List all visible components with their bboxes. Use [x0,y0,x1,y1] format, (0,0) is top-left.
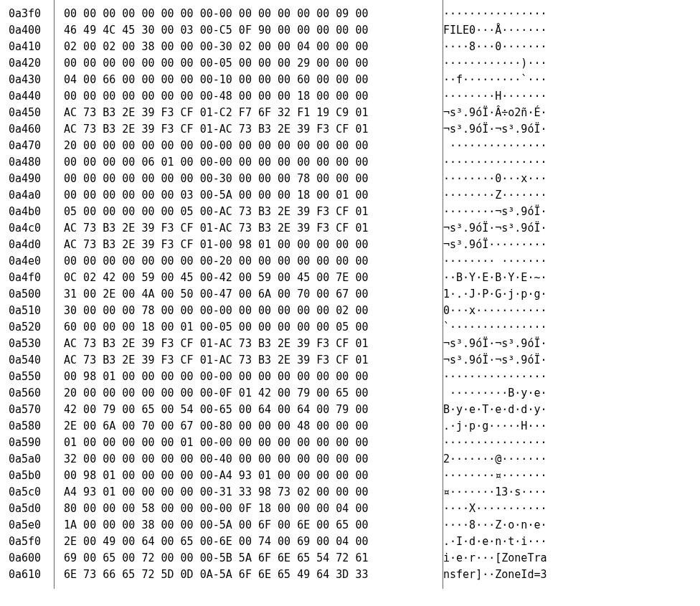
ascii-cell: ········ ······· [443,253,547,270]
ascii-cell: ················ [443,369,547,385]
hex-bytes-cell: AC 73 B3 2E 39 F3 CF 01-00 98 01 00 00 0… [57,237,443,253]
ascii-cell: ····X··········· [443,501,547,517]
hex-row: 0a480 00 00 00 00 06 01 00 00-00 00 00 0… [9,154,691,171]
hex-bytes-cell: 00 00 00 00 00 00 00 00-30 00 00 00 78 0… [57,171,443,187]
hex-row: 0a5e0 1A 00 00 00 38 00 00 00-5A 00 6F 0… [9,517,691,534]
hex-row: 0a540 AC 73 B3 2E 39 F3 CF 01-AC 73 B3 2… [9,352,691,369]
hex-row: 0a5a0 32 00 00 00 00 00 00 00-40 00 00 0… [9,451,691,468]
ascii-cell: ····8···0······· [443,39,547,55]
ascii-cell: ················ [443,6,547,22]
offset-cell: 0a4f0 [9,270,57,286]
ascii-cell: ········H······· [443,88,547,105]
ascii-cell: ··f·········`··· [443,72,547,88]
offset-cell: 0a520 [9,319,57,336]
ascii-cell: ··B·Y·E·B·Y·E·~· [443,270,547,286]
hex-bytes-cell: 00 00 00 00 00 00 03 00-5A 00 00 00 18 0… [57,187,443,204]
offset-cell: 0a3f0 [9,6,57,22]
offset-cell: 0a4a0 [9,187,57,204]
hex-bytes-cell: 04 00 66 00 00 00 00 00-10 00 00 00 60 0… [57,72,443,88]
offset-cell: 0a5e0 [9,517,57,534]
offset-cell: 0a5a0 [9,451,57,468]
ascii-cell: ¬s³.9óÏ········· [443,237,547,253]
offset-cell: 0a4e0 [9,253,57,270]
ascii-cell: ¬s³.9óÏ·¬s³.9óÏ· [443,336,547,352]
hex-bytes-cell: 6E 73 66 65 72 5D 0D 0A-5A 6F 6E 65 49 6… [57,567,443,583]
ascii-cell: ····8···Z·o·n·e· [443,517,547,534]
hex-bytes-cell: 2E 00 49 00 64 00 65 00-6E 00 74 00 69 0… [57,534,443,550]
hex-row: 0a470 20 00 00 00 00 00 00 00-00 00 00 0… [9,138,691,154]
offset-cell: 0a540 [9,352,57,369]
ascii-cell: FILE0···Å······· [443,22,547,39]
offset-cell: 0a530 [9,336,57,352]
hex-row: 0a430 04 00 66 00 00 00 00 00-10 00 00 0… [9,72,691,88]
offset-cell: 0a610 [9,567,57,583]
hex-bytes-cell: AC 73 B3 2E 39 F3 CF 01-AC 73 B3 2E 39 F… [57,352,443,369]
hex-row: 0a5c0 A4 93 01 00 00 00 00 00-31 33 98 7… [9,484,691,501]
hex-bytes-cell: 1A 00 00 00 38 00 00 00-5A 00 6F 00 6E 0… [57,517,443,534]
ascii-cell: 2·······@······· [443,451,547,468]
hex-row: 0a520 60 00 00 00 18 00 01 00-05 00 00 0… [9,319,691,336]
hex-bytes-cell: 80 00 00 00 58 00 00 00-00 0F 18 00 00 0… [57,501,443,517]
offset-cell: 0a450 [9,105,57,121]
hex-row: 0a550 00 98 01 00 00 00 00 00-00 00 00 0… [9,369,691,385]
hex-row: 0a4f0 0C 02 42 00 59 00 45 00-42 00 59 0… [9,270,691,286]
hex-bytes-cell: AC 73 B3 2E 39 F3 CF 01-AC 73 B3 2E 39 F… [57,121,443,138]
ascii-cell: ················ [443,154,547,171]
offset-cell: 0a4c0 [9,220,57,237]
hex-row: 0a410 02 00 02 00 38 00 00 00-30 02 00 0… [9,39,691,55]
ascii-cell: 0···x··········· [443,303,547,319]
hex-bytes-cell: 32 00 00 00 00 00 00 00-40 00 00 00 00 0… [57,451,443,468]
ascii-cell: nsfer]··ZoneId=3 [443,567,547,583]
hex-bytes-cell: 00 98 01 00 00 00 00 00-00 00 00 00 00 0… [57,369,443,385]
ascii-cell: ········¤······· [443,468,547,484]
hex-bytes-cell: AC 73 B3 2E 39 F3 CF 01-C2 F7 6F 32 F1 1… [57,105,443,121]
hex-row: 0a580 2E 00 6A 00 70 00 67 00-80 00 00 0… [9,418,691,435]
hex-row: 0a460 AC 73 B3 2E 39 F3 CF 01-AC 73 B3 2… [9,121,691,138]
hex-row: 0a4e0 00 00 00 00 00 00 00 00-20 00 00 0… [9,253,691,270]
hex-row: 0a600 69 00 65 00 72 00 00 00-5B 5A 6F 6… [9,550,691,567]
hex-dump-rows: 0a3f0 00 00 00 00 00 00 00 00-00 00 00 0… [9,6,691,583]
hex-bytes-cell: 02 00 02 00 38 00 00 00-30 02 00 00 04 0… [57,39,443,55]
offset-cell: 0a470 [9,138,57,154]
hex-bytes-cell: AC 73 B3 2E 39 F3 CF 01-AC 73 B3 2E 39 F… [57,336,443,352]
offset-cell: 0a510 [9,303,57,319]
ascii-cell: ········Z······· [443,187,547,204]
hex-bytes-cell: 2E 00 6A 00 70 00 67 00-80 00 00 00 48 0… [57,418,443,435]
offset-cell: 0a420 [9,55,57,72]
hex-row: 0a570 42 00 79 00 65 00 54 00-65 00 64 0… [9,402,691,418]
hex-row: 0a590 01 00 00 00 00 00 01 00-00 00 00 0… [9,435,691,451]
column-divider-1 [54,0,55,589]
hex-row: 0a510 30 00 00 00 78 00 00 00-00 00 00 0… [9,303,691,319]
hex-bytes-cell: 20 00 00 00 00 00 00 00-0F 01 42 00 79 0… [57,385,443,402]
offset-cell: 0a4b0 [9,204,57,220]
hex-bytes-cell: 0C 02 42 00 59 00 45 00-42 00 59 00 45 0… [57,270,443,286]
hex-row: 0a400 46 49 4C 45 30 00 03 00-C5 0F 90 0… [9,22,691,39]
offset-cell: 0a5b0 [9,468,57,484]
hex-bytes-cell: 00 00 00 00 06 01 00 00-00 00 00 00 00 0… [57,154,443,171]
ascii-cell: 1·.·J·P·G·j·p·g· [443,286,547,303]
ascii-cell: ········¬s³.9óÏ· [443,204,547,220]
hex-bytes-cell: 31 00 2E 00 4A 00 50 00-47 00 6A 00 70 0… [57,286,443,303]
hex-row: 0a440 00 00 00 00 00 00 00 00-48 00 00 0… [9,88,691,105]
hex-row: 0a530 AC 73 B3 2E 39 F3 CF 01-AC 73 B3 2… [9,336,691,352]
offset-cell: 0a580 [9,418,57,435]
hex-row: 0a5b0 00 98 01 00 00 00 00 00-A4 93 01 0… [9,468,691,484]
ascii-cell: ············)··· [443,55,547,72]
hex-bytes-cell: 00 00 00 00 00 00 00 00-20 00 00 00 00 0… [57,253,443,270]
hex-bytes-cell: 42 00 79 00 65 00 54 00-65 00 64 00 64 0… [57,402,443,418]
hex-row: 0a560 20 00 00 00 00 00 00 00-0F 01 42 0… [9,385,691,402]
ascii-cell: ¬s³.9óÏ·¬s³.9óÏ· [443,121,547,138]
hex-bytes-cell: 05 00 00 00 00 00 05 00-AC 73 B3 2E 39 F… [57,204,443,220]
offset-cell: 0a590 [9,435,57,451]
offset-cell: 0a570 [9,402,57,418]
hex-row: 0a500 31 00 2E 00 4A 00 50 00-47 00 6A 0… [9,286,691,303]
hex-bytes-cell: 46 49 4C 45 30 00 03 00-C5 0F 90 00 00 0… [57,22,443,39]
hex-row: 0a490 00 00 00 00 00 00 00 00-30 00 00 0… [9,171,691,187]
offset-cell: 0a400 [9,22,57,39]
hex-bytes-cell: 00 98 01 00 00 00 00 00-A4 93 01 00 00 0… [57,468,443,484]
hex-row: 0a4c0 AC 73 B3 2E 39 F3 CF 01-AC 73 B3 2… [9,220,691,237]
hex-bytes-cell: 00 00 00 00 00 00 00 00-00 00 00 00 00 0… [57,6,443,22]
offset-cell: 0a410 [9,39,57,55]
offset-cell: 0a480 [9,154,57,171]
ascii-cell: B·y·e·T·e·d·d·y· [443,402,547,418]
